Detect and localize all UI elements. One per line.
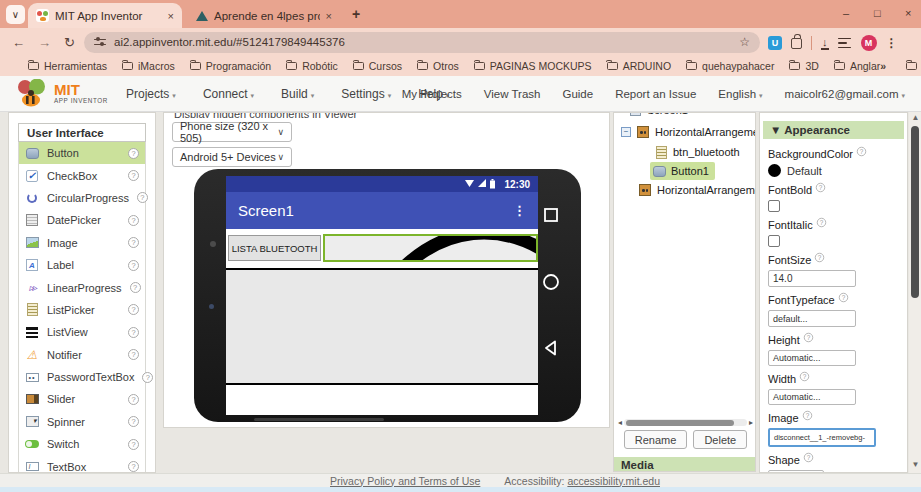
bookmarks-overflow-chevron[interactable]: » xyxy=(880,60,886,72)
menu-build[interactable]: Build▾ xyxy=(281,87,314,101)
palette-item-button[interactable]: Button xyxy=(19,142,145,164)
profile-avatar[interactable]: M xyxy=(861,35,877,51)
help-icon[interactable] xyxy=(804,333,813,342)
palette-item-listview[interactable]: ListView xyxy=(19,321,145,343)
delete-button[interactable]: Delete xyxy=(693,430,747,449)
window-maximize-button[interactable]: □ xyxy=(874,7,881,19)
overflow-menu-icon[interactable]: ⋮ xyxy=(513,203,526,218)
media-section-header[interactable]: Media xyxy=(614,457,756,472)
help-icon[interactable] xyxy=(857,147,866,156)
tab-aprende[interactable]: Aprende en 4lpes programació × xyxy=(188,3,340,28)
palette-item-notifier[interactable]: Notifier xyxy=(19,344,145,366)
site-settings-icon[interactable] xyxy=(94,38,106,47)
palette-item-image[interactable]: Image xyxy=(19,232,145,254)
reload-icon[interactable]: ↻ xyxy=(64,35,75,50)
tree-item-button1[interactable]: Button1 xyxy=(650,162,715,180)
bookmark-folder[interactable]: PAGINAS MOCKUPS xyxy=(474,60,592,72)
bookmark-folder[interactable]: Programación xyxy=(190,60,271,72)
app-logo[interactable]: MIT APP INVENTOR xyxy=(16,79,108,108)
address-bar[interactable]: ai2.appinventor.mit.edu/#512417984944537… xyxy=(84,32,760,53)
help-icon[interactable] xyxy=(128,215,139,226)
palette-item-spinner[interactable]: Spinner xyxy=(19,411,145,433)
link-report-issue[interactable]: Report an Issue xyxy=(615,88,696,100)
ublock-extension-icon[interactable]: U xyxy=(768,36,782,50)
help-icon[interactable] xyxy=(804,453,813,462)
accessibility-link[interactable]: accessibility.mit.edu xyxy=(567,475,660,487)
link-guide[interactable]: Guide xyxy=(562,88,593,100)
window-minimize-button[interactable]: – xyxy=(843,7,849,19)
android-home-button[interactable] xyxy=(542,273,560,291)
help-icon[interactable] xyxy=(128,304,139,315)
help-icon[interactable] xyxy=(128,148,139,159)
menu-settings[interactable]: Settings▾ xyxy=(341,87,391,101)
scroll-right-icon[interactable]: ▸ xyxy=(749,418,753,427)
menu-projects[interactable]: Projects▾ xyxy=(126,87,176,101)
fontbold-checkbox[interactable] xyxy=(768,200,780,212)
help-icon[interactable] xyxy=(128,260,139,271)
bookmark-folder[interactable]: 3D xyxy=(789,60,818,72)
scrollbar-thumb[interactable] xyxy=(626,420,734,426)
tree-item-horizontalarrangement1[interactable]: − HorizontalArrangement1 xyxy=(621,125,756,139)
android-recents-button[interactable] xyxy=(542,206,560,224)
bookmark-folder[interactable]: Herramientas xyxy=(28,60,107,72)
help-icon[interactable] xyxy=(802,411,811,420)
scroll-left-icon[interactable]: ◂ xyxy=(618,418,622,427)
help-icon[interactable] xyxy=(815,253,824,262)
tab-mit-app-inventor[interactable]: MIT App Inventor × xyxy=(28,3,182,28)
palette-item-slider[interactable]: Slider xyxy=(19,388,145,410)
fonttypeface-input[interactable]: default... xyxy=(768,310,856,327)
account-menu[interactable]: maicolr62@gmail.com▾ xyxy=(785,88,905,100)
horizontal-arrangement2-component[interactable] xyxy=(226,268,538,385)
help-icon[interactable] xyxy=(128,237,139,248)
help-icon[interactable] xyxy=(838,293,847,302)
tree-item-screen1[interactable]: Screen1 xyxy=(628,112,688,117)
bookmark-folder[interactable]: Robótic xyxy=(286,60,338,72)
palette-item-datepicker[interactable]: DatePicker xyxy=(19,209,145,231)
window-close-button[interactable]: × xyxy=(905,7,911,19)
image-input[interactable]: disconnect__1_-removebg- xyxy=(768,428,876,447)
tab-list-chevron-icon[interactable]: ∨ xyxy=(6,5,25,24)
link-view-trash[interactable]: View Trash xyxy=(484,88,541,100)
bookmark-folder[interactable]: Anglar xyxy=(834,60,880,72)
media-controls-icon[interactable] xyxy=(838,38,852,49)
scrollbar-thumb[interactable] xyxy=(911,126,919,298)
all-bookmarks-button[interactable]: Todos los marcadores xyxy=(906,60,921,72)
palette-item-switch[interactable]: Switch xyxy=(19,433,145,455)
scroll-down-icon[interactable]: ▼ xyxy=(912,460,920,469)
help-icon[interactable] xyxy=(128,170,139,181)
help-icon[interactable] xyxy=(137,192,148,203)
height-input[interactable]: Automatic... xyxy=(768,350,856,366)
bookmark-folder[interactable]: iMacros xyxy=(122,60,175,72)
appearance-section-header[interactable]: ▼ Appearance xyxy=(763,121,904,139)
help-icon[interactable] xyxy=(800,372,809,381)
help-icon[interactable] xyxy=(142,372,153,383)
scroll-up-icon[interactable]: ▲ xyxy=(912,113,920,122)
link-my-projects[interactable]: My Projects xyxy=(402,88,462,100)
help-icon[interactable] xyxy=(128,394,139,405)
help-icon[interactable] xyxy=(816,183,825,192)
palette-item-circularprogress[interactable]: CircularProgress xyxy=(19,187,145,209)
tree-item-horizontalarrangement2[interactable]: HorizontalArrangement2 xyxy=(638,183,756,197)
tree-horizontal-scrollbar[interactable]: ◂ ▸ xyxy=(618,418,753,427)
palette-item-passwordtextbox[interactable]: PasswordTextBox xyxy=(19,366,145,388)
new-tab-button[interactable]: + xyxy=(352,6,360,22)
palette-item-listpicker[interactable]: ListPicker xyxy=(19,299,145,321)
tree-item-btn-bluetooth[interactable]: btn_bluetooth xyxy=(654,145,740,159)
language-select[interactable]: English▾ xyxy=(718,88,762,100)
collapse-icon[interactable]: − xyxy=(621,127,631,137)
backgroundcolor-picker[interactable]: Default xyxy=(768,164,899,177)
fontitalic-checkbox[interactable] xyxy=(768,235,780,247)
browser-menu-icon[interactable]: ⋮ xyxy=(886,36,898,50)
palette-section-header[interactable]: User Interface xyxy=(18,123,146,142)
help-icon[interactable] xyxy=(128,461,139,472)
help-icon[interactable] xyxy=(128,327,139,338)
fontsize-input[interactable]: 14.0 xyxy=(768,270,856,287)
width-input[interactable]: Automatic... xyxy=(768,389,856,405)
url-text[interactable]: ai2.appinventor.mit.edu/#512417984944537… xyxy=(114,36,739,48)
bookmark-folder[interactable]: Otros xyxy=(417,60,459,72)
palette-item-textbox[interactable]: TextBox xyxy=(19,455,145,473)
help-icon[interactable] xyxy=(130,282,141,293)
help-icon[interactable] xyxy=(128,349,139,360)
phone-screen[interactable]: 12:30 Screen1 ⋮ LISTA BLUETOOTH xyxy=(226,176,538,415)
phone-size-select[interactable]: Phone size (320 x 505)∨ xyxy=(172,122,292,142)
